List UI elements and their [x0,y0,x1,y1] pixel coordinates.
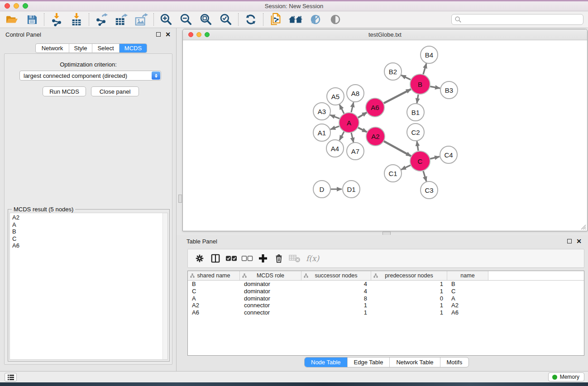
graph-node[interactable]: A5 [326,87,344,105]
optimization-criterion-value: largest connected component (directed) [24,72,127,79]
float-panel-icon[interactable] [567,239,572,243]
toolbar-separator [238,13,239,26]
graph-node[interactable]: D1 [342,180,360,198]
visibility-icon[interactable] [328,12,343,27]
graph-node[interactable]: B1 [406,103,425,121]
float-panel-icon[interactable] [156,32,161,37]
graph-node[interactable]: B [410,74,430,95]
graph-node[interactable]: C1 [384,164,402,182]
graph-node[interactable]: A [339,112,359,133]
graph-node[interactable]: A4 [326,139,344,157]
column-header[interactable]: shared name [188,271,240,280]
memory-button[interactable]: Memory [548,372,584,381]
search-input[interactable] [451,14,583,25]
function-builder-icon[interactable]: f(x) [306,254,319,263]
table-row[interactable]: A6 connector 1 1 A6 [188,309,584,316]
tab-select[interactable]: Select [92,44,120,52]
graph-node[interactable]: A3 [313,102,331,120]
table-panel-title: Table Panel [186,238,217,245]
hide-panels-icon[interactable] [308,12,323,27]
tab-network[interactable]: Network [36,44,69,52]
network-window-titlebar[interactable]: testGlobe.txt [183,29,587,40]
graph-node[interactable]: A6 [365,98,385,117]
refresh-icon[interactable] [244,12,258,27]
cell-shared-name: B [188,281,240,288]
zoom-window-button[interactable] [205,32,210,37]
network-canvas[interactable]: B4 B2 B B3 A5 A8 A6 A3 A B1 A1 C2 A2 A4 … [183,40,587,231]
table-row[interactable]: C dominator 4 1 C [188,288,584,295]
home-network-icon[interactable] [288,12,303,27]
graph-node[interactable]: C [410,151,430,172]
gear-icon[interactable] [193,252,206,265]
tab-mcds[interactable]: MCDS [120,44,147,52]
table-row[interactable]: A2 connector 1 1 A2 [188,302,584,309]
minimize-window-button[interactable] [196,32,201,37]
list-item[interactable]: A [10,221,167,229]
graph-node[interactable]: A8 [346,84,364,102]
deselect-all-icon[interactable] [241,252,253,265]
table-row[interactable]: A dominator 8 0 A [188,295,584,302]
graph-node[interactable]: C4 [440,146,458,164]
column-header[interactable]: MCDS role [240,271,301,280]
close-window-button[interactable] [188,32,193,37]
column-label: name [460,272,474,279]
show-panels-button[interactable] [5,373,17,381]
application-window: Session: New Session [0,0,588,386]
graph-node[interactable]: D [313,180,331,198]
zoom-window-button[interactable] [23,3,28,9]
list-item[interactable]: A2 [10,214,167,221]
graph-node[interactable]: A7 [346,142,364,160]
run-mcds-button[interactable]: Run MCDS [43,86,86,96]
window-controls [5,3,28,9]
graph-node[interactable]: A2 [366,127,385,146]
export-network-icon[interactable] [94,12,109,27]
hierarchy-icon [190,273,195,278]
list-item[interactable]: C [10,235,167,243]
tab-network-table[interactable]: Network Table [390,357,440,367]
scrollbar[interactable] [163,213,167,359]
zoom-selected-icon[interactable] [219,12,233,27]
import-network-icon[interactable] [49,12,64,27]
graph-node[interactable]: B3 [440,81,458,99]
column-header[interactable]: successor nodes [301,271,371,280]
show-columns-icon[interactable] [209,252,222,265]
close-panel-button[interactable]: Close panel [91,86,139,96]
tab-motifs[interactable]: Motifs [440,357,469,367]
zoom-out-icon[interactable] [179,12,193,27]
resize-grip-icon[interactable] [580,224,586,230]
cell-predecessor: 1 [371,288,447,295]
graph-node[interactable]: A1 [313,124,331,142]
clone-network-icon[interactable] [268,12,283,27]
tab-edge-table[interactable]: Edge Table [348,357,390,367]
select-all-icon[interactable] [225,252,238,265]
mcds-result-list[interactable]: A2 A B C A6 [10,213,168,360]
zoom-fit-icon[interactable] [199,12,213,27]
list-item[interactable]: A6 [10,242,167,249]
delete-table-icon[interactable] [288,252,301,265]
graph-node[interactable]: C3 [420,181,438,199]
vertical-splitter-handle[interactable] [178,195,182,203]
tab-node-table[interactable]: Node Table [305,357,348,367]
table-row[interactable]: B dominator 4 1 B [188,281,584,288]
graph-node[interactable]: B2 [384,62,402,81]
add-column-icon[interactable] [257,252,269,265]
search-icon [454,16,462,23]
close-panel-icon[interactable]: ✕ [165,31,171,38]
import-table-icon[interactable] [69,12,84,27]
graph-node[interactable]: B4 [420,46,438,64]
export-image-icon[interactable] [134,12,148,27]
graph-node[interactable]: C2 [406,123,425,141]
close-panel-icon[interactable]: ✕ [576,238,582,244]
open-file-icon[interactable] [5,12,19,27]
export-table-icon[interactable] [114,12,129,27]
tab-style[interactable]: Style [69,44,92,52]
column-header[interactable]: name [447,271,488,280]
save-session-icon[interactable] [24,12,39,27]
minimize-window-button[interactable] [14,3,19,9]
zoom-in-icon[interactable] [159,12,173,27]
column-header[interactable]: predecessor nodes [371,271,447,280]
optimization-criterion-select[interactable]: largest connected component (directed) [19,71,161,81]
delete-column-icon[interactable] [272,252,285,265]
list-item[interactable]: B [10,228,167,235]
close-window-button[interactable] [5,3,10,9]
